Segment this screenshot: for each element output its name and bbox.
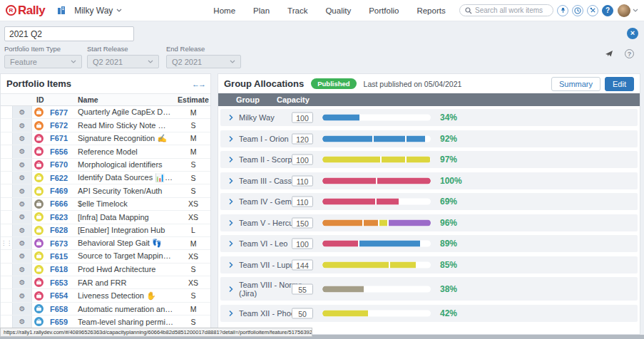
capacity-input[interactable]: 100 [292,239,313,249]
portfolio-row[interactable]: ⋮⋮⚙F673Behavioral Step Gait 👣M [1,237,210,250]
gear-icon[interactable]: ⚙ [12,198,32,210]
feature-id-link[interactable]: F618 [45,265,78,273]
portfolio-row[interactable]: ⚙F666$elle TimelockXS [1,198,210,211]
tools-icon[interactable] [587,5,598,16]
allocation-bar-segment [322,115,359,121]
capacity-input[interactable]: 120 [292,133,313,144]
portfolio-row[interactable]: ⚙F628[Enabler] Integration HubL [1,224,210,237]
feature-id-link[interactable]: F653 [45,278,78,287]
expand-row-chevron-icon[interactable] [229,135,233,142]
nav-portfolio[interactable]: Portfolio [369,6,399,15]
global-search[interactable] [459,4,553,16]
nav-plan[interactable]: Plan [253,6,270,15]
user-menu-chevron-icon[interactable] [633,9,638,12]
expand-panel-icon[interactable]: ←→ [192,80,205,88]
gear-icon[interactable]: ⚙ [12,224,32,236]
workspace-icon[interactable] [56,5,67,16]
help-icon[interactable]: ? [602,5,613,16]
drag-handle-icon[interactable]: ⋮⋮ [1,241,12,246]
capacity-input[interactable]: 100 [292,113,313,123]
capacity-input[interactable]: 100 [292,155,313,165]
feature-id-link[interactable]: F654 [45,291,78,300]
expand-row-chevron-icon[interactable] [229,261,233,268]
feature-id-link[interactable]: F628 [45,226,78,234]
portfolio-row[interactable]: ⚙F670Morphological identifiersS [1,159,210,172]
gear-icon[interactable]: ⚙ [12,119,32,131]
feature-id-link[interactable]: F659 [45,318,78,326]
gear-icon[interactable]: ⚙ [12,159,32,171]
capacity-input[interactable]: 150 [292,217,313,228]
feature-id-link[interactable]: F622 [45,174,78,182]
gear-icon[interactable]: ⚙ [12,132,32,145]
pin-icon[interactable] [557,5,568,16]
feature-id-link[interactable]: F671 [45,134,78,142]
project-picker[interactable]: Milky Way [74,6,122,16]
portfolio-row[interactable]: ⚙F656Reference ModelM [1,145,210,158]
gear-icon[interactable]: ⚙ [12,303,32,315]
expand-row-chevron-icon[interactable] [229,157,233,163]
portfolio-row[interactable]: ⚙F654Liveness Detection ✋S [1,289,210,302]
feature-id-link[interactable]: F673 [45,239,78,248]
gear-icon[interactable]: ⚙ [12,276,32,288]
portfolio-row[interactable]: ⚙F677Quarterly Agile CapEx Data Export 💰… [1,106,210,119]
nav-quality[interactable]: Quality [325,6,351,15]
search-input[interactable] [475,6,546,14]
portfolio-row[interactable]: ⚙F615Source to Target Mapping Spec 🧩XS [1,250,210,263]
capacity-input[interactable]: 110 [292,197,313,207]
feature-id-link[interactable]: F666 [45,199,78,208]
start-release-select[interactable]: Q2 2021 [87,55,159,68]
feature-id-link[interactable]: F623 [45,213,78,221]
feature-id-link[interactable]: F670 [45,160,78,169]
feature-id-link[interactable]: F615 [45,252,78,261]
nav-track[interactable]: Track [287,6,307,15]
gear-icon[interactable]: ⚙ [12,106,32,118]
gear-icon[interactable]: ⚙ [12,315,32,328]
nav-reports[interactable]: Reports [416,6,445,15]
nav-home[interactable]: Home [213,6,235,15]
capacity-input[interactable]: 55 [292,283,313,294]
portfolio-item-type-select[interactable]: Feature [4,55,82,68]
end-release-select[interactable]: Q2 2021 [166,55,241,68]
close-icon[interactable]: × [627,28,638,39]
feature-id-link[interactable]: F658 [45,305,78,313]
gear-icon[interactable]: ⚙ [12,250,32,262]
portfolio-row[interactable]: ⚙F622Identify Data Sources 📊💾S [1,172,210,184]
context-help-icon[interactable]: ? [625,49,634,58]
portfolio-row[interactable]: ⚙F671Signature Recognition ✍️M [1,132,210,145]
feature-id-link[interactable]: F656 [45,147,78,156]
portfolio-row[interactable]: ⚙F672Read Miro Sticky Note 📝🧰S [1,119,210,132]
summary-button[interactable]: Summary [551,77,600,91]
portfolio-row[interactable]: ⚙F659Team-level sharing permissionsS [1,315,210,328]
edit-button[interactable]: Edit [605,77,634,91]
feature-id-link[interactable]: F469 [45,187,78,195]
plan-name-input[interactable] [4,26,134,41]
expand-row-chevron-icon[interactable] [229,241,233,247]
portfolio-row[interactable]: ⚙F653FAR and FRRXS [1,276,210,289]
expand-row-chevron-icon[interactable] [229,219,233,226]
gear-icon[interactable]: ⚙ [12,264,32,276]
feature-id-link[interactable]: F672 [45,121,78,130]
share-icon[interactable] [605,50,613,58]
expand-row-chevron-icon[interactable] [229,177,233,184]
gear-icon[interactable]: ⚙ [12,172,32,184]
portfolio-row[interactable]: ⚙F658Automatic numeration and frame r...… [1,303,210,315]
feature-type-icon [34,278,44,287]
expand-row-chevron-icon[interactable] [229,115,233,121]
portfolio-row[interactable]: ⚙F618Prod Hwd ArchitectureS [1,264,210,276]
gear-icon[interactable]: ⚙ [12,145,32,157]
portfolio-row[interactable]: ⚙F469API Security Token/AuthS [1,184,210,197]
capacity-input[interactable]: 50 [292,308,313,318]
expand-row-chevron-icon[interactable] [229,199,233,205]
gear-icon[interactable]: ⚙ [12,237,32,249]
expand-row-chevron-icon[interactable] [229,310,233,316]
user-avatar[interactable] [618,4,630,17]
feature-id-link[interactable]: F677 [45,108,78,117]
expand-row-chevron-icon[interactable] [229,286,233,292]
history-icon[interactable] [572,5,583,16]
gear-icon[interactable]: ⚙ [12,184,32,197]
gear-icon[interactable]: ⚙ [12,211,32,223]
gear-icon[interactable]: ⚙ [12,289,32,301]
portfolio-row[interactable]: ⚙F623[Infra] Data MappingXS [1,211,210,224]
capacity-input[interactable]: 144 [292,259,313,270]
capacity-input[interactable]: 110 [292,175,313,186]
